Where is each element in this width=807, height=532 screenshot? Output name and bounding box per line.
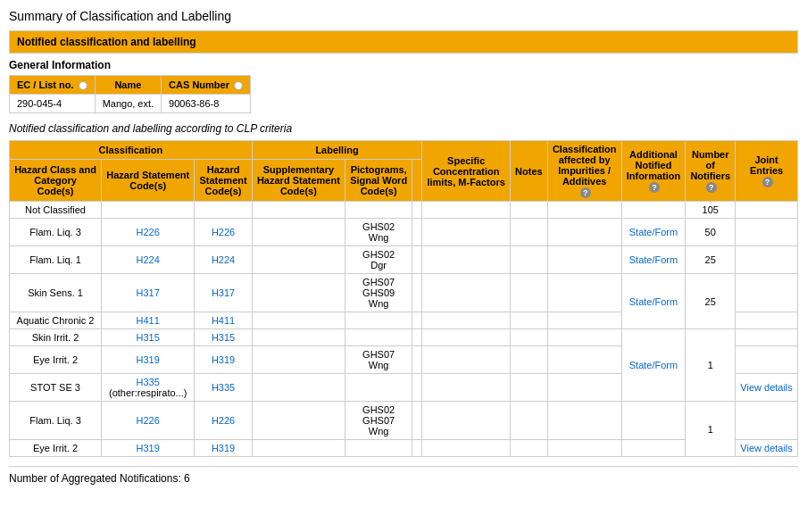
suppl-stmt-cell xyxy=(252,374,345,402)
hazard-stmt-cell[interactable]: H315 xyxy=(102,329,195,346)
hazard-stmt2-cell[interactable]: H317 xyxy=(195,274,252,312)
joint-entries-cell xyxy=(736,202,798,219)
table-row: Flam. Liq. 1H224H224GHS02 DgrState/Form2… xyxy=(10,246,798,274)
notifiers-cell: 25 xyxy=(686,274,736,329)
specific-conc-cell xyxy=(422,374,511,402)
specific-conc-cell xyxy=(422,246,511,274)
suppl-stmt-cell xyxy=(252,219,345,246)
impurities-cell xyxy=(547,246,621,274)
hazard-stmt2-cell[interactable]: H335 xyxy=(195,374,252,402)
specific-conc-cell xyxy=(422,329,511,346)
labelling-empty-cell xyxy=(412,274,422,312)
additional-notified-cell[interactable]: State/Form xyxy=(621,329,686,402)
suppl-stmt-cell xyxy=(252,274,345,312)
suppl-stmt-cell xyxy=(252,402,345,440)
table-row: Skin Irrit. 2H315H315State/Form1 xyxy=(10,329,798,346)
pictograms-cell: GHS07 GHS09 Wng xyxy=(345,274,412,312)
suppl-stmt-cell xyxy=(252,329,345,346)
labelling-empty-cell xyxy=(412,246,422,274)
hazard-stmt2-cell[interactable]: H226 xyxy=(195,402,252,440)
hazard-stmt-cell[interactable]: H411 xyxy=(102,312,195,329)
additional-notified-cell xyxy=(621,402,686,440)
specific-conc-cell xyxy=(422,346,511,374)
hazard-stmt-cell[interactable]: H226 xyxy=(102,219,195,246)
joint-entries-cell[interactable]: View details xyxy=(736,440,798,457)
hazard-class-cell: Flam. Liq. 1 xyxy=(10,246,102,274)
labelling-empty-cell xyxy=(412,312,422,329)
table-row: Eye Irrit. 2H319H319View details xyxy=(10,440,798,457)
notes-header: Notes xyxy=(511,141,548,202)
pictograms-cell: GHS07 Wng xyxy=(345,346,412,374)
classification-impurities-header: Classificationaffected byImpurities /Add… xyxy=(547,141,621,202)
hazard-stmt-cell[interactable]: H224 xyxy=(102,246,195,274)
notes-cell xyxy=(511,219,548,246)
suppl-stmt-cell xyxy=(252,440,345,457)
suppl-stmt-cell xyxy=(252,246,345,274)
impurities-cell xyxy=(547,346,621,374)
hazard-stmt2-cell[interactable]: H411 xyxy=(195,312,252,329)
info-icon-joint[interactable]: ? xyxy=(762,177,773,187)
cas-number-header: CAS Number xyxy=(162,76,251,95)
hazard-stmt-cell[interactable]: H226 xyxy=(102,402,195,440)
notified-header: Notified classification and labelling xyxy=(10,31,797,53)
hazard-class-cell: Flam. Liq. 3 xyxy=(10,219,102,246)
specific-conc-cell xyxy=(422,402,511,440)
notifiers-cell: 1 xyxy=(686,402,736,457)
hazard-stmt-cell[interactable]: H319 xyxy=(102,346,195,374)
notes-cell xyxy=(511,274,548,312)
notes-cell xyxy=(511,202,548,219)
impurities-cell xyxy=(547,329,621,346)
notes-cell xyxy=(511,329,548,346)
notes-cell xyxy=(511,346,548,374)
impurities-cell xyxy=(547,202,621,219)
sort-icon-cas[interactable] xyxy=(234,81,243,90)
info-icon-additional[interactable]: ? xyxy=(649,182,660,193)
hazard-stmt2-cell xyxy=(195,202,252,219)
notes-cell xyxy=(511,246,548,274)
notifiers-cell: 1 xyxy=(686,329,736,402)
hazard-stmt2-cell[interactable]: H226 xyxy=(195,219,252,246)
hazard-stmt-cell[interactable]: H319 xyxy=(102,440,195,457)
labelling-empty-cell xyxy=(412,202,422,219)
additional-notified-cell[interactable]: State/Form xyxy=(621,274,686,329)
info-icon-impurities[interactable]: ? xyxy=(580,187,591,198)
cas-cell: 90063-86-8 xyxy=(162,95,251,113)
hazard-stmt2-cell[interactable]: H319 xyxy=(195,440,252,457)
pictograms-header: Pictograms,Signal WordCode(s) xyxy=(345,159,412,201)
info-icon-notifiers[interactable]: ? xyxy=(706,182,717,193)
hazard-class-cell: Eye Irrit. 2 xyxy=(10,346,102,374)
hazard-class-header: Hazard Class andCategoryCode(s) xyxy=(10,159,102,201)
notifiers-cell: 105 xyxy=(686,202,736,219)
labelling-specific-header xyxy=(412,159,422,201)
labelling-empty-cell xyxy=(412,440,422,457)
notifiers-cell: 25 xyxy=(686,246,736,274)
specific-conc-header: SpecificConcentrationlimits, M-Factors xyxy=(422,141,511,202)
joint-entries-cell xyxy=(736,312,798,329)
hazard-stmt-cell[interactable]: H317 xyxy=(102,274,195,312)
notes-cell xyxy=(511,440,548,457)
notified-bar: Notified classification and labelling xyxy=(9,30,798,54)
additional-notified-cell[interactable]: State/Form xyxy=(621,219,686,246)
pictograms-cell xyxy=(345,312,412,329)
hazard-stmt2-cell[interactable]: H224 xyxy=(195,246,252,274)
impurities-cell xyxy=(547,374,621,402)
joint-entries-cell[interactable]: View details xyxy=(736,374,798,402)
hazard-class-cell: Skin Sens. 1 xyxy=(10,274,102,312)
additional-notified-cell[interactable]: State/Form xyxy=(621,246,686,274)
hazard-stmt-cell[interactable]: H335(other:respirato...) xyxy=(102,374,195,402)
impurities-cell xyxy=(547,402,621,440)
pictograms-cell xyxy=(345,440,412,457)
ec-no-cell: 290-045-4 xyxy=(10,95,96,113)
table-row: Flam. Liq. 3H226H226GHS02 GHS07 Wng1 xyxy=(10,402,798,440)
hazard-class-cell: Flam. Liq. 3 xyxy=(10,402,102,440)
hazard-stmt2-header: HazardStatementCode(s) xyxy=(195,159,252,201)
hazard-stmt2-cell[interactable]: H315 xyxy=(195,329,252,346)
hazard-stmt2-cell[interactable]: H319 xyxy=(195,346,252,374)
suppl-stmt-cell xyxy=(252,202,345,219)
sort-icon-ec[interactable] xyxy=(79,81,87,90)
additional-notified-cell xyxy=(621,440,686,457)
additional-notified-cell xyxy=(621,202,686,219)
pictograms-cell xyxy=(345,374,412,402)
joint-entries-cell xyxy=(736,346,798,374)
hazard-class-cell: STOT SE 3 xyxy=(10,374,102,402)
